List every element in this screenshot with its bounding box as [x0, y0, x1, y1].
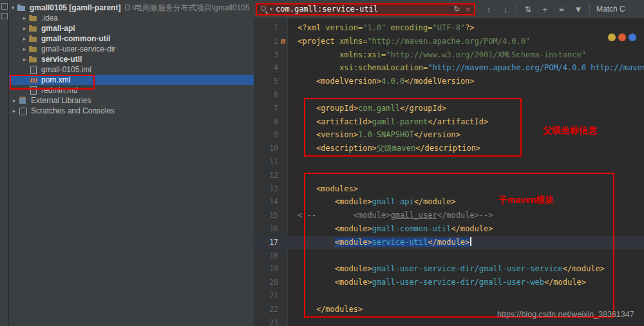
chevron-right-icon[interactable]: ▸: [21, 23, 28, 34]
code-line-10[interactable]: 10 <description>父级maven</description>: [254, 142, 644, 155]
browser-icon-3[interactable]: [629, 34, 636, 41]
structure-tool-icon[interactable]: [1, 13, 8, 19]
code-line-8[interactable]: 8 <artifactId>gamll-parent</artifactId>: [254, 115, 644, 129]
tree-item-gmall-user-service-dir[interactable]: ▸gmall-user-service-dir: [9, 44, 254, 54]
search-input[interactable]: ▾ com.gamll:service-util ↻ ×: [256, 3, 475, 15]
line-number[interactable]: 21: [254, 289, 281, 303]
code-line-22[interactable]: 22 </modules>: [254, 303, 644, 316]
line-number[interactable]: 12: [254, 169, 281, 182]
code-line-13[interactable]: 13 <modules>: [254, 182, 644, 196]
tree-item-idea[interactable]: ▸.idea: [9, 13, 254, 23]
code-token: ?>: [465, 23, 474, 32]
code-line-15[interactable]: 15<!-- <module>gmall_user</module>-->: [254, 209, 644, 222]
code-token: <module>: [335, 278, 372, 287]
project-folder-icon: [17, 3, 26, 12]
browser-icon-1[interactable]: [608, 34, 616, 41]
code-line-18[interactable]: 18: [254, 249, 644, 263]
code-line-3[interactable]: 3 xmlns:xsi="http://www.w3.org/2001/XMLS…: [254, 48, 644, 62]
code-line-2[interactable]: 2m<project xmlns="http://maven.apache.or…: [254, 35, 644, 48]
find-prev-icon[interactable]: ↑: [480, 5, 497, 14]
tree-item-pom-xml[interactable]: mpom.xml: [9, 75, 254, 85]
code-token: "http://maven.apache.org/POM/4.0.0 http:…: [428, 63, 644, 72]
gutter-spacer: [281, 249, 290, 263]
line-number[interactable]: 10: [254, 142, 281, 155]
find-bar-icons: ↑↓⇅+≡▼: [480, 4, 592, 14]
chevron-down-icon[interactable]: ▾: [9, 3, 17, 13]
line-number[interactable]: 5: [254, 75, 281, 88]
code-editor[interactable]: 1<?xml version="1.0" encoding="UTF-8"?>2…: [254, 18, 644, 326]
code-line-17[interactable]: 17 <module>service-util</module>: [254, 236, 644, 249]
line-number[interactable]: 7: [254, 102, 281, 115]
code-line-21[interactable]: 21: [254, 289, 644, 303]
line-number[interactable]: 18: [254, 249, 281, 263]
chevron-right-icon[interactable]: ▸: [10, 106, 18, 116]
browser-icon-2[interactable]: [618, 34, 626, 41]
code-line-9[interactable]: 9 <version>1.0-SNAPSHOT</version>: [254, 128, 644, 142]
line-number[interactable]: 23: [254, 316, 281, 326]
gutter-spacer: [281, 75, 290, 88]
project-tool-icon[interactable]: [1, 3, 8, 10]
code-line-4[interactable]: 4 xsi:schemaLocation="http://maven.apach…: [254, 61, 644, 75]
code-token: [298, 104, 316, 113]
chevron-right-icon[interactable]: ▸: [21, 34, 28, 44]
tree-item-gmall-common-util[interactable]: ▸gmall-common-util: [9, 34, 254, 44]
tree-item-external-libraries[interactable]: ▸External Libraries: [9, 95, 254, 106]
line-number[interactable]: 3: [254, 48, 281, 62]
search-options-chevron-icon[interactable]: ▾: [270, 6, 272, 12]
gutter-spacer: [281, 115, 290, 129]
chevron-right-icon[interactable]: ▸: [10, 95, 18, 106]
code-line-1[interactable]: 1<?xml version="1.0" encoding="UTF-8"?>: [254, 21, 644, 35]
code-line-16[interactable]: 16 <module>gmall-common-util</module>: [254, 222, 644, 236]
search-history-icon[interactable]: ↻: [453, 5, 460, 14]
line-number[interactable]: 15: [254, 209, 281, 222]
code-line-19[interactable]: 19 <module>gmall-user-service-dir/gmall-…: [254, 262, 644, 276]
gutter-spacer: [281, 61, 290, 75]
code-line-14[interactable]: 14 <module>gmall-api</module>: [254, 195, 644, 209]
filter-icon[interactable]: ▼: [570, 5, 587, 14]
code-line-12[interactable]: 12: [254, 169, 644, 182]
tree-item-service-util[interactable]: ▸service-util: [9, 54, 254, 64]
line-number[interactable]: 1: [254, 21, 281, 35]
tree-item-gmall-0105-iml[interactable]: gmall-0105.iml: [9, 64, 254, 75]
code-text: <version>1.0-SNAPSHOT</version>: [290, 128, 460, 142]
line-number[interactable]: 17: [254, 236, 281, 249]
tree-item-scratches-consoles[interactable]: ▸Scratches and Consoles: [9, 106, 254, 116]
code-token: [298, 197, 335, 206]
line-number[interactable]: 22: [254, 303, 281, 316]
chevron-right-icon[interactable]: ▸: [21, 44, 28, 54]
line-number[interactable]: 19: [254, 262, 281, 276]
menu-icon[interactable]: ≡: [553, 5, 570, 14]
tree-item-project-root[interactable]: ▾ gmall0105 [gamll-parent] D:\电商微服务分布式项目…: [9, 3, 254, 13]
sort-icon[interactable]: ⇅: [520, 5, 536, 14]
close-search-icon[interactable]: ×: [465, 5, 470, 14]
code-token: [298, 117, 316, 126]
search-query-text[interactable]: com.gamll:service-util: [276, 5, 378, 14]
code-line-7[interactable]: 7 <groupId>com.gamll</groupId>: [254, 102, 644, 115]
line-number[interactable]: 20: [254, 276, 281, 289]
tree-item-gmall-api[interactable]: ▸gmall-api: [9, 23, 254, 34]
match-case-label[interactable]: Match C: [596, 5, 625, 14]
chevron-right-icon[interactable]: ▸: [21, 54, 28, 64]
code-token: <modules>: [316, 184, 358, 193]
code-text: <modules>: [290, 182, 358, 196]
line-number[interactable]: 8: [254, 115, 281, 129]
line-number[interactable]: 4: [254, 61, 281, 75]
code-line-20[interactable]: 20 <module>gmall-user-service-dir/gmall-…: [254, 276, 644, 289]
line-number[interactable]: 2: [254, 35, 281, 48]
tree-item-redmin-md[interactable]: redmin.md: [9, 85, 254, 95]
code-line-6[interactable]: 6: [254, 88, 644, 102]
chevron-right-icon[interactable]: ▸: [21, 13, 28, 23]
code-line-5[interactable]: 5 <modelVersion>4.0.0</modelVersion>: [254, 75, 644, 88]
line-number[interactable]: 13: [254, 182, 281, 196]
code-token: service-util: [372, 238, 428, 247]
line-number[interactable]: 9: [254, 128, 281, 142]
line-number[interactable]: 11: [254, 155, 281, 169]
line-number[interactable]: 14: [254, 195, 281, 209]
line-number[interactable]: 16: [254, 222, 281, 236]
add-occurrence-icon[interactable]: +: [536, 5, 553, 14]
line-number[interactable]: 6: [254, 88, 281, 102]
find-next-icon[interactable]: ↓: [497, 5, 514, 14]
gutter-spacer: [281, 209, 290, 222]
code-line-11[interactable]: 11: [254, 155, 644, 169]
code-line-23[interactable]: 23: [254, 316, 644, 326]
